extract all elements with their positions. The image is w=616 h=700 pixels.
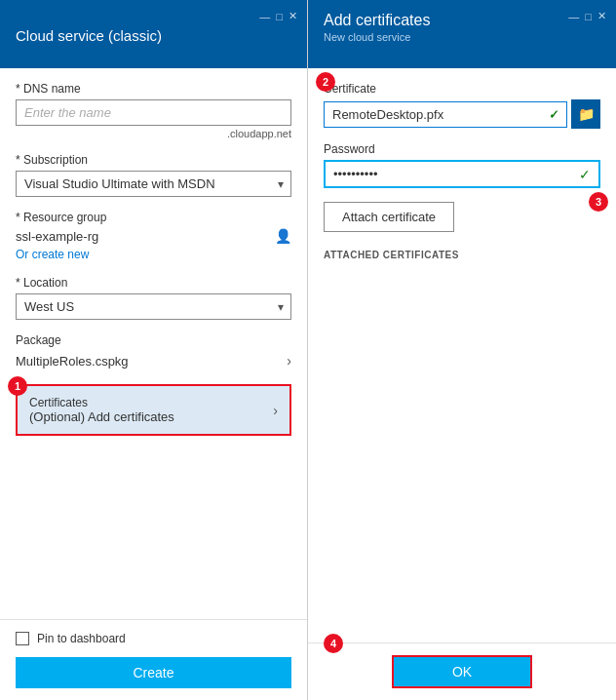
minimize-btn-left[interactable]: — [259, 11, 270, 22]
step3-badge: 3 [589, 192, 608, 212]
password-input[interactable] [326, 162, 598, 186]
location-label: * Location [16, 276, 291, 290]
attach-certificate-button[interactable]: Attach certificate [324, 202, 454, 232]
folder-icon: 📁 [578, 106, 595, 122]
left-footer: Pin to dashboard Create [0, 619, 307, 700]
certificate-select[interactable]: RemoteDesktop.pfx [324, 101, 567, 128]
pin-row: Pin to dashboard [16, 632, 291, 645]
dns-input[interactable] [16, 99, 291, 126]
pin-checkbox[interactable] [16, 632, 29, 645]
resource-group-icon[interactable]: 👤 [275, 228, 291, 244]
certificate-input-row: RemoteDesktop.pfx ✓ 📁 [324, 99, 600, 129]
close-btn-left[interactable]: ✕ [289, 10, 297, 22]
right-footer: 4 OK [308, 642, 616, 700]
maximize-btn-left[interactable]: □ [276, 11, 283, 22]
right-header: Add certificates New cloud service — □ ✕ [308, 0, 616, 68]
close-btn-right[interactable]: ✕ [597, 10, 606, 22]
package-chevron-icon: › [287, 353, 291, 369]
package-field-group: Package MultipleRoles.cspkg › [16, 333, 291, 370]
resource-group-value: ssl-example-rg [16, 229, 98, 244]
step4-badge: 4 [324, 634, 343, 653]
resource-group-field-group: * Resource group ssl-example-rg 👤 Or cre… [16, 211, 291, 262]
location-select-wrapper: West US [16, 293, 291, 320]
left-content: * DNS name .cloudapp.net * Subscription … [0, 68, 307, 619]
location-select[interactable]: West US [16, 293, 291, 320]
subscription-select-wrapper: Visual Studio Ultimate with MSDN [16, 171, 291, 197]
left-header: Cloud service (classic) — □ ✕ [0, 0, 307, 68]
create-new-link[interactable]: Or create new [16, 248, 89, 261]
package-label: Package [16, 333, 291, 347]
resource-group-label: * Resource group [16, 211, 291, 224]
pin-label: Pin to dashboard [37, 632, 126, 645]
subscription-select[interactable]: Visual Studio Ultimate with MSDN [16, 171, 291, 197]
dns-label: * DNS name [16, 82, 291, 96]
package-value: MultipleRoles.cspkg [16, 354, 129, 369]
password-section: Password ✓ [324, 142, 600, 188]
certificates-item[interactable]: Certificates (Optional) Add certificates… [16, 384, 291, 436]
dns-suffix: .cloudapp.net [16, 128, 291, 139]
location-field-group: * Location West US [16, 276, 291, 320]
left-window-controls: — □ ✕ [259, 10, 297, 22]
certificate-label: Certificate [324, 82, 600, 96]
dns-field-group: * DNS name .cloudapp.net [16, 82, 291, 139]
right-panel: Add certificates New cloud service — □ ✕… [308, 0, 616, 700]
resource-group-row: ssl-example-rg 👤 [16, 228, 291, 244]
maximize-btn-right[interactable]: □ [585, 11, 592, 22]
subscription-field-group: * Subscription Visual Studio Ultimate wi… [16, 153, 291, 197]
right-window-controls: — □ ✕ [568, 10, 606, 22]
step2-container: 2 Certificate RemoteDesktop.pfx ✓ 📁 [324, 82, 600, 188]
package-row[interactable]: MultipleRoles.cspkg › [16, 351, 291, 370]
attached-certificates-label: ATTACHED CERTIFICATES [324, 250, 600, 260]
password-input-wrapper: ✓ [324, 160, 600, 188]
attach-section: Attach certificate 3 [324, 202, 600, 232]
cert-item-container: 1 Certificates (Optional) Add certificat… [16, 384, 291, 436]
cert-item-chevron-icon: › [273, 403, 278, 418]
left-panel-title: Cloud service (classic) [16, 27, 162, 44]
right-content: 2 Certificate RemoteDesktop.pfx ✓ 📁 [308, 68, 616, 642]
cert-select-wrapper: RemoteDesktop.pfx ✓ [324, 101, 567, 128]
left-panel: Cloud service (classic) — □ ✕ * DNS name… [0, 0, 308, 700]
minimize-btn-right[interactable]: — [568, 11, 579, 22]
subscription-label: * Subscription [16, 153, 291, 167]
ok-button[interactable]: OK [392, 655, 532, 688]
create-button[interactable]: Create [16, 657, 291, 688]
cert-check-icon: ✓ [549, 107, 559, 122]
certificate-section: Certificate RemoteDesktop.pfx ✓ 📁 [324, 82, 600, 129]
step1-badge: 1 [8, 376, 27, 396]
folder-button[interactable]: 📁 [571, 99, 600, 129]
right-panel-title: Add certificates [324, 12, 600, 29]
password-label: Password [324, 142, 600, 156]
step2-badge: 2 [316, 72, 335, 92]
cert-item-title: Certificates [29, 396, 174, 409]
cert-item-subtitle: (Optional) Add certificates [29, 409, 174, 424]
password-check-icon: ✓ [579, 167, 591, 182]
right-panel-subtitle: New cloud service [324, 31, 600, 43]
cert-item-left: Certificates (Optional) Add certificates [29, 396, 174, 424]
